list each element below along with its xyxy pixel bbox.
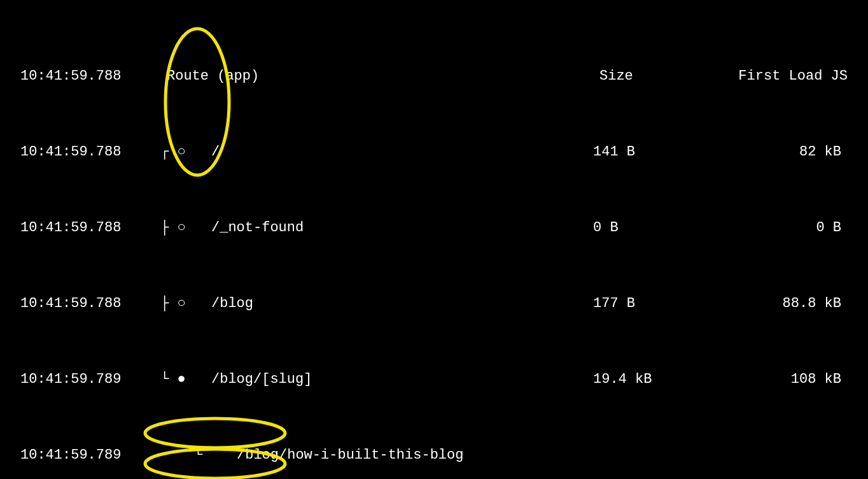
timestamp: 10:41:59.788 — [20, 145, 154, 159]
route-path: /_not-found — [211, 220, 593, 235]
build-output-terminal: 10:41:59.788 Route (app) Size First Load… — [0, 0, 868, 479]
route-path: /blog/[slug] — [211, 372, 593, 387]
routes-header-row: 10:41:59.788 Route (app) Size First Load… — [20, 69, 855, 101]
route-size: 19.4 kB — [593, 372, 708, 387]
header-first-load-js: First Load JS — [714, 69, 848, 83]
header-route: Route (app) — [160, 69, 523, 83]
route-size: 141 B — [593, 145, 708, 159]
header-size: Size — [599, 69, 714, 83]
route-child-row: 10:41:59.789 └ /blog/how-i-built-this-bl… — [20, 448, 855, 479]
route-row: 10:41:59.788 ┌ ○ / 141 B 82 kB — [20, 145, 855, 176]
route-row: 10:41:59.789 └ ● /blog/[slug] 19.4 kB 10… — [20, 372, 855, 404]
timestamp: 10:41:59.788 — [20, 220, 154, 235]
route-size: 177 B — [593, 296, 708, 311]
timestamp: 10:41:59.789 — [20, 448, 154, 462]
route-row: 10:41:59.788 ├ ○ /blog 177 B 88.8 kB — [20, 296, 855, 328]
route-fljs: 88.8 kB — [708, 296, 841, 311]
route-size: 0 B — [593, 220, 708, 235]
timestamp: 10:41:59.789 — [20, 372, 154, 387]
route-fljs: 0 B — [708, 220, 841, 235]
route-path: /blog — [211, 296, 593, 311]
annotation-ellipse-icon — [145, 418, 285, 448]
timestamp: 10:41:59.788 — [20, 69, 154, 83]
route-fljs: 108 kB — [708, 372, 841, 387]
route-row: 10:41:59.788 ├ ○ /_not-found 0 B 0 B — [20, 220, 855, 252]
timestamp: 10:41:59.788 — [20, 296, 154, 311]
route-path: / — [211, 145, 593, 159]
route-fljs: 82 kB — [708, 145, 841, 159]
route-path: /blog/how-i-built-this-blog — [237, 448, 593, 462]
